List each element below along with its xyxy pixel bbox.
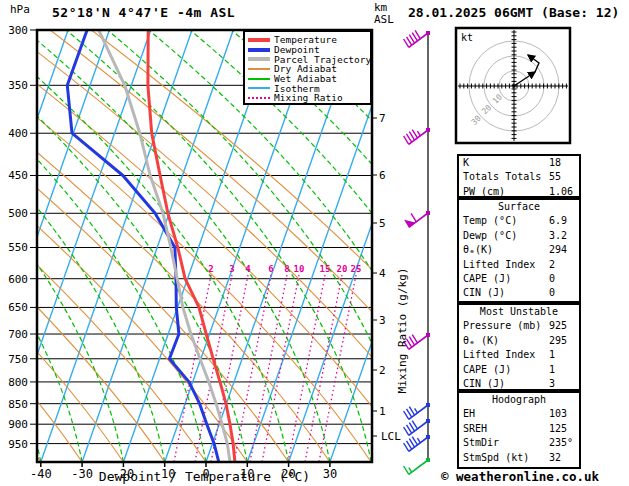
km-tick-label: 4	[379, 267, 386, 280]
table-row: Lifted Index2	[459, 258, 579, 272]
indices-panel: K18Totals Totals55PW (cm)1.06	[457, 154, 581, 198]
skewt-sounding-app: 2346810152025300350400450500550600650700…	[0, 0, 629, 486]
pressure-tick-label: 500	[8, 207, 28, 220]
legend-line-sample	[248, 97, 270, 99]
row-label: EH	[463, 408, 475, 419]
row-label: CIN (J)	[463, 287, 505, 298]
legend-line-sample	[248, 78, 270, 80]
km-tick-label: 1	[379, 405, 386, 418]
wind-barb	[404, 128, 430, 144]
table-row: CAPE (J)0	[459, 272, 579, 286]
row-value: 3.2	[549, 229, 567, 243]
page-title: 52°18'N 4°47'E -4m ASL	[52, 5, 235, 20]
panel-title: Most Unstable	[459, 305, 579, 319]
table-row: CAPE (J)1	[459, 363, 579, 377]
pressure-tick-label: 750	[8, 353, 28, 366]
row-label: Lifted Index	[463, 349, 535, 360]
mixing-ratio-line	[288, 275, 325, 462]
pressure-axis-unit: hPa	[10, 3, 30, 16]
dewpoint-curve	[67, 30, 219, 462]
legend-line-sample	[248, 38, 270, 42]
row-value: 925	[549, 319, 567, 333]
credit-link[interactable]: © weatheronline.co.uk	[441, 469, 599, 484]
wind-barb	[404, 30, 430, 47]
mixing-ratio-value-label: 2	[208, 264, 213, 274]
mixing-ratio-value-label: 8	[284, 264, 289, 274]
table-row: CIN (J)3	[459, 377, 579, 391]
row-value: 125	[549, 422, 567, 436]
mixing-ratio-value-label: 6	[268, 264, 273, 274]
row-label: Lifted Index	[463, 259, 535, 270]
panel-title: Hodograph	[459, 393, 579, 407]
km-tick-label: 3	[379, 314, 386, 327]
row-value: 6.9	[549, 214, 567, 228]
row-value: 103	[549, 407, 567, 421]
table-row: Dewp (°C)3.2	[459, 229, 579, 243]
legend-line-sample	[248, 48, 270, 52]
pressure-tick-label: 850	[8, 398, 28, 411]
legend-item-label: Mixing Ratio	[274, 92, 343, 103]
pressure-tick-label: 800	[8, 376, 28, 389]
pressure-tick-label: 400	[8, 127, 28, 140]
table-row: Totals Totals55	[459, 170, 579, 184]
pressure-tick-label: 900	[8, 418, 28, 431]
row-value: 2	[549, 258, 555, 272]
row-value: 32	[549, 451, 561, 465]
table-row: StmDir235°	[459, 436, 579, 450]
pressure-tick-label: 700	[8, 328, 28, 341]
chart-legend: TemperatureDewpointParcel TrajectoryDry …	[243, 30, 372, 105]
km-tick-label: 5	[379, 217, 386, 230]
row-label: CAPE (J)	[463, 364, 511, 375]
pressure-tick-label: 950	[8, 438, 28, 451]
row-value: 18	[549, 156, 561, 170]
row-value: 1	[549, 348, 555, 362]
wind-barb	[404, 435, 430, 451]
most-unstable-panel: Most UnstablePressure (mb)925θₑ (K)295Li…	[457, 303, 581, 391]
pressure-tick-label: 550	[8, 241, 28, 254]
mixing-ratio-value-label: 25	[351, 264, 362, 274]
legend-line-sample	[248, 57, 270, 61]
mixing-ratio-value-label: 4	[245, 264, 251, 274]
hodograph-unit-label: kt	[461, 32, 473, 43]
legend-line-sample	[248, 68, 270, 70]
row-label: Totals Totals	[463, 171, 541, 182]
row-label: θₑ (K)	[463, 335, 499, 346]
pressure-tick-label: 300	[8, 24, 28, 37]
legend-item-mixing-ratio: Mixing Ratio	[248, 93, 370, 103]
mixing-ratio-value-label: 10	[294, 264, 305, 274]
table-row: SREH125	[459, 422, 579, 436]
table-row: θₑ (K)295	[459, 334, 579, 348]
row-value: 295	[549, 334, 567, 348]
table-row: CIN (J)0	[459, 286, 579, 300]
table-row: θₑ(K)294	[459, 243, 579, 257]
row-value: 0	[549, 272, 555, 286]
row-label: Pressure (mb)	[463, 320, 541, 331]
table-row: Lifted Index1	[459, 348, 579, 362]
table-row: EH103	[459, 407, 579, 421]
row-value: 1	[549, 363, 555, 377]
x-axis-label: Dewpoint / Temperature (°C)	[37, 469, 372, 484]
table-row: Temp (°C)6.9	[459, 214, 579, 228]
row-label: Dewp (°C)	[463, 230, 517, 241]
table-row: Pressure (mb)925	[459, 319, 579, 333]
table-row: PW (cm)1.06	[459, 185, 579, 198]
pressure-tick-label: 350	[8, 79, 28, 92]
row-value: 1.06	[549, 185, 573, 198]
row-value: 3	[549, 377, 555, 391]
run-date-label: 28.01.2025 06GMT (Base: 12)	[408, 5, 619, 20]
panel-title: Surface	[459, 200, 579, 214]
row-label: CAPE (J)	[463, 273, 511, 284]
legend-line-sample	[248, 87, 270, 89]
row-label: K	[463, 157, 469, 168]
row-value: 235°	[549, 436, 573, 450]
row-label: StmSpd (kt)	[463, 452, 529, 463]
row-label: Temp (°C)	[463, 215, 517, 226]
pressure-tick-label: 650	[8, 301, 28, 314]
row-value: 0	[549, 286, 555, 300]
table-row: K18	[459, 156, 579, 170]
hodograph-panel: HodographEH103SREH125StmDir235°StmSpd (k…	[457, 391, 581, 469]
mixing-ratio-value-label: 15	[320, 264, 331, 274]
pressure-tick-label: 600	[8, 273, 28, 286]
wind-barb	[404, 458, 430, 474]
mixing-ratio-axis-label: Mixing Ratio (g/kg)	[396, 231, 409, 431]
